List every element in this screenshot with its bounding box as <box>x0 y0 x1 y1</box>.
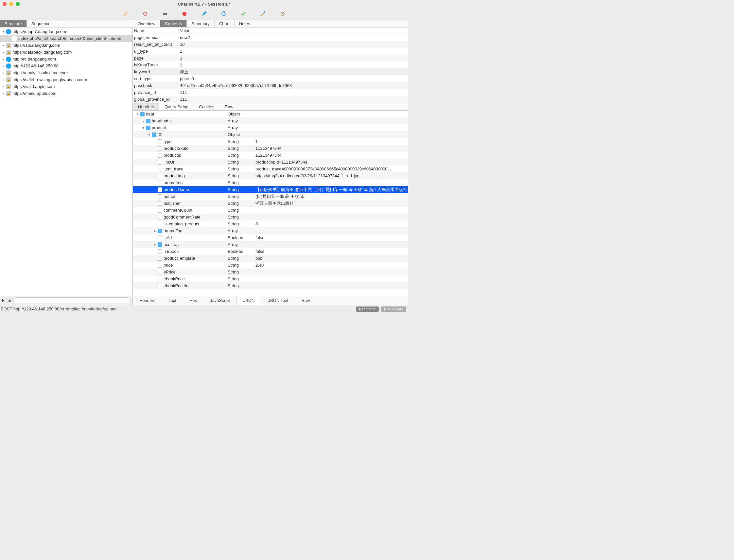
disclosure-triangle[interactable]: ▸ <box>1 57 5 61</box>
json-type: String <box>228 201 255 206</box>
refresh-icon[interactable] <box>220 10 227 17</box>
json-node[interactable]: ePriceString <box>133 269 408 275</box>
tree-item-label: https://valid.apple.com <box>12 84 55 89</box>
json-node[interactable]: productImgStringhttps://img3x4.ddimg.cn/… <box>133 172 408 179</box>
bottomtab-headers[interactable]: Headers <box>133 296 162 305</box>
bottomtab-hex[interactable]: Hex <box>183 296 203 305</box>
bottomtab-raw[interactable]: Raw <box>295 296 316 305</box>
json-node[interactable]: authorString(日)尾田荣一郎 著,王欣 译 <box>133 193 408 200</box>
check-icon[interactable] <box>240 10 247 17</box>
tree-host-item[interactable]: ▸🌐http://rc.dangdang.com <box>0 56 132 62</box>
json-node[interactable]: ▸promoTagArray <box>133 227 408 234</box>
disclosure-triangle[interactable]: ▾ <box>135 112 139 116</box>
json-node[interactable]: promoImgString <box>133 179 408 186</box>
param-row[interactable]: page1 <box>133 55 408 61</box>
disclosure-triangle[interactable]: ▾ <box>147 133 151 136</box>
disclosure-triangle[interactable]: ▸ <box>1 64 5 68</box>
param-row[interactable]: isKeepTrace1 <box>133 61 408 68</box>
tree-host-item[interactable]: ▸🔒https://safebrowsing.googleapis-cn.com <box>0 76 132 83</box>
disclosure-triangle[interactable]: ▸ <box>153 243 157 246</box>
param-row[interactable]: result_set_all_count10 <box>133 41 408 48</box>
param-row[interactable]: page_versionnew2 <box>133 34 408 41</box>
tree-host-item[interactable]: ▸🔒https://mesu.apple.com <box>0 90 132 97</box>
bottomtab-javascript[interactable]: JavaScript <box>203 296 236 305</box>
disclosure-triangle[interactable]: ▸ <box>141 119 145 123</box>
json-node[interactable]: productIdString11213497344 <box>133 152 408 159</box>
json-node[interactable]: goodCommentRateString <box>133 214 408 220</box>
filter-input[interactable] <box>15 297 129 304</box>
minimize-window-button[interactable] <box>9 2 13 6</box>
disclosure-triangle[interactable]: ▸ <box>1 85 5 88</box>
json-node[interactable]: productNameString【正版图书】航海王 卷五十六 （日）尾田荣一郎… <box>133 186 408 193</box>
wrench-icon[interactable] <box>260 10 266 17</box>
json-node[interactable]: linkUrlStringproduct://pid=11213497344 <box>133 159 408 166</box>
broom-icon[interactable] <box>122 10 129 17</box>
tab-chart[interactable]: Chart <box>215 20 235 27</box>
subtab-raw[interactable]: Raw <box>219 103 238 110</box>
subtab-headers[interactable]: Headers <box>133 103 159 110</box>
json-node[interactable]: publisherString浙江人民美术出版社 <box>133 200 408 207</box>
tree-host-item[interactable]: ▸🔒https://databack.dangdang.com <box>0 49 132 56</box>
bottomtab-json[interactable]: JSON <box>236 296 262 305</box>
json-node[interactable]: ▾[0]Object <box>133 131 408 138</box>
disclosure-triangle[interactable]: ▸ <box>1 78 5 81</box>
zoom-window-button[interactable] <box>16 2 20 6</box>
recording-indicator[interactable]: Recording <box>356 306 379 312</box>
pencil-icon[interactable] <box>201 10 207 17</box>
param-row[interactable]: sort_typeprice_0 <box>133 75 408 82</box>
bottomtab-json-text[interactable]: JSON Text <box>261 296 295 305</box>
host-tree[interactable]: ▾🌐https://mapi7.dangdang.com○index.php?a… <box>0 27 132 296</box>
tree-host-item[interactable]: ▸🔒https://valid.apple.com <box>0 83 132 90</box>
disclosure-triangle[interactable]: ▾ <box>1 30 5 33</box>
tree-host-item[interactable]: ▸🔒https://api.dangdang.com <box>0 42 132 49</box>
param-row[interactable]: keyword海王 <box>133 68 408 75</box>
subtab-query-string[interactable]: Query String <box>159 103 194 110</box>
json-key: author <box>164 194 228 199</box>
param-row[interactable]: province_id111 <box>133 89 408 96</box>
json-node[interactable]: productSkuIdString11213497344 <box>133 145 408 152</box>
disclosure-triangle[interactable]: ▾ <box>141 126 145 130</box>
param-row[interactable]: passback491dd7dcb0b34a40b7de796302000000… <box>133 82 408 89</box>
disclosure-triangle[interactable]: ▸ <box>153 229 157 233</box>
record-icon[interactable] <box>142 10 149 17</box>
json-node[interactable]: typeString1 <box>133 138 408 145</box>
json-node[interactable]: ▾productArray <box>133 124 408 131</box>
subtab-cookies[interactable]: Cookies <box>194 103 219 110</box>
json-node[interactable]: ▸userTagArray <box>133 241 408 248</box>
turtle-icon[interactable] <box>162 10 168 17</box>
param-row[interactable]: ui_type1 <box>133 48 408 55</box>
disclosure-triangle[interactable]: ▸ <box>1 44 5 47</box>
json-node[interactable]: isAdBooleanfalse <box>133 234 408 241</box>
bottomtab-text[interactable]: Text <box>162 296 183 305</box>
tab-sequence[interactable]: Sequence <box>27 20 56 27</box>
tab-contents[interactable]: Contents <box>160 20 187 27</box>
breakpoints-indicator[interactable]: Breakpoints <box>381 306 406 312</box>
json-node[interactable]: item_traceStringproduct_trace=0000000063… <box>133 166 408 172</box>
tree-host-item[interactable]: ▸🔒https://analytics.yinxiang.com <box>0 69 132 76</box>
json-node[interactable]: ebookPriceString <box>133 275 408 282</box>
tab-structure[interactable]: Structure <box>0 20 27 27</box>
close-window-button[interactable] <box>3 2 7 6</box>
disclosure-triangle[interactable]: ▸ <box>1 50 5 54</box>
param-row[interactable]: global_province_id111 <box>133 96 408 103</box>
stop-icon[interactable] <box>181 10 188 17</box>
tree-host-item[interactable]: ▸🌐http://120.46.146.250:80 <box>0 62 132 69</box>
json-node[interactable]: ▾dataObject <box>133 111 408 117</box>
json-node[interactable]: ebookPriceIosString <box>133 282 408 289</box>
response-json-tree[interactable]: ▾dataObject▸headIndexArray▾productArray▾… <box>133 111 408 296</box>
json-node[interactable]: productTemplateStringpub <box>133 255 408 262</box>
json-node[interactable]: ▸headIndexArray <box>133 117 408 124</box>
gear-icon[interactable] <box>279 10 286 17</box>
tab-overview[interactable]: Overview <box>133 20 160 27</box>
json-node[interactable]: priceString2.40 <box>133 262 408 269</box>
tree-request-item[interactable]: ○index.php?a=all-search&c=search&user_cl… <box>0 35 132 42</box>
json-node[interactable]: is_catalog_productString0 <box>133 220 408 227</box>
json-node[interactable]: isEbookBooleanfalse <box>133 248 408 255</box>
tree-host-item[interactable]: ▾🌐https://mapi7.dangdang.com <box>0 28 132 35</box>
request-params-table[interactable]: page_versionnew2result_set_all_count10ui… <box>133 34 408 103</box>
tab-summary[interactable]: Summary <box>187 20 215 27</box>
disclosure-triangle[interactable]: ▸ <box>1 92 5 95</box>
tab-notes[interactable]: Notes <box>235 20 255 27</box>
json-node[interactable]: commentCountString <box>133 207 408 214</box>
disclosure-triangle[interactable]: ▸ <box>1 71 5 75</box>
